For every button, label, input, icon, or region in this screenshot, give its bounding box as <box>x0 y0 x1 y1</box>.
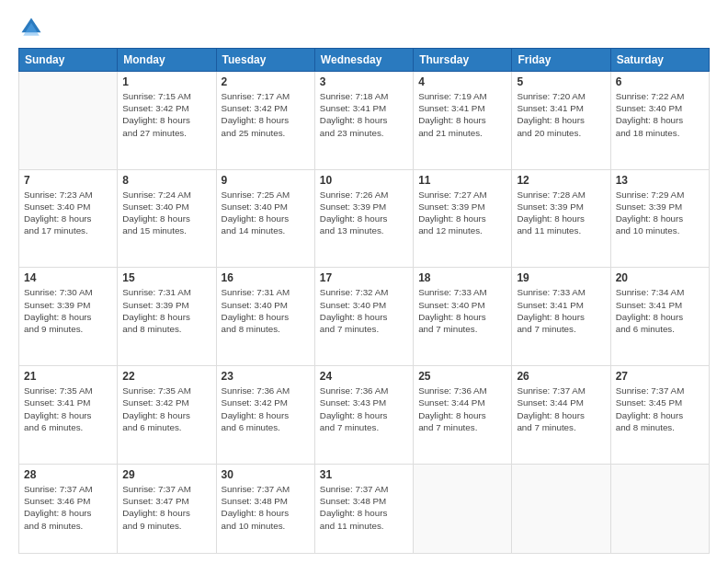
cell-info: Sunrise: 7:23 AMSunset: 3:40 PMDaylight:… <box>24 189 112 237</box>
cell-line: Daylight: 8 hours <box>24 508 92 518</box>
day-number: 22 <box>122 370 210 383</box>
cell-line: and 23 minutes. <box>320 128 384 138</box>
cell-line: and 10 minutes. <box>616 225 680 236</box>
column-header-tuesday: Tuesday <box>216 49 314 72</box>
cell-line: Sunset: 3:39 PM <box>616 201 682 212</box>
calendar-cell: 23Sunrise: 7:36 AMSunset: 3:42 PMDayligh… <box>216 366 314 465</box>
cell-info: Sunrise: 7:17 AMSunset: 3:42 PMDaylight:… <box>222 90 310 139</box>
day-number: 8 <box>122 174 210 187</box>
day-number: 20 <box>616 271 704 284</box>
cell-line: Sunset: 3:39 PM <box>418 201 484 212</box>
calendar-week-4: 21Sunrise: 7:35 AMSunset: 3:41 PMDayligh… <box>19 366 710 465</box>
column-header-thursday: Thursday <box>414 49 512 72</box>
day-number: 7 <box>24 174 112 187</box>
cell-line: and 8 minutes. <box>222 324 280 334</box>
day-number: 27 <box>616 370 704 383</box>
cell-line: Sunrise: 7:18 AM <box>320 91 389 101</box>
cell-line: Sunset: 3:41 PM <box>517 103 583 113</box>
cell-info: Sunrise: 7:28 AMSunset: 3:39 PMDaylight:… <box>517 189 605 237</box>
cell-info: Sunrise: 7:31 AMSunset: 3:40 PMDaylight:… <box>222 286 310 335</box>
calendar-cell: 15Sunrise: 7:31 AMSunset: 3:39 PMDayligh… <box>118 268 216 366</box>
cell-line: and 13 minutes. <box>320 225 384 236</box>
cell-line: Sunset: 3:42 PM <box>222 103 288 113</box>
cell-info: Sunrise: 7:36 AMSunset: 3:44 PMDaylight:… <box>418 385 506 433</box>
cell-line: Sunrise: 7:20 AM <box>517 91 586 101</box>
cell-line: Sunrise: 7:36 AM <box>320 385 389 396</box>
cell-line: and 6 minutes. <box>24 422 83 432</box>
cell-line: Sunset: 3:39 PM <box>24 300 90 310</box>
cell-line: and 20 minutes. <box>517 128 581 138</box>
cell-line: Sunset: 3:41 PM <box>24 397 90 408</box>
calendar-cell: 10Sunrise: 7:26 AMSunset: 3:39 PMDayligh… <box>314 169 413 268</box>
cell-line: Daylight: 8 hours <box>517 213 585 224</box>
cell-line: and 7 minutes. <box>517 324 575 334</box>
cell-line: Daylight: 8 hours <box>122 115 190 125</box>
cell-line: Daylight: 8 hours <box>517 115 585 125</box>
cell-line: and 21 minutes. <box>418 128 483 138</box>
cell-line: Daylight: 8 hours <box>320 410 388 420</box>
calendar-cell: 30Sunrise: 7:37 AMSunset: 3:48 PMDayligh… <box>216 464 314 553</box>
cell-info: Sunrise: 7:37 AMSunset: 3:45 PMDaylight:… <box>616 385 704 433</box>
calendar-header-row: SundayMondayTuesdayWednesdayThursdayFrid… <box>19 49 710 72</box>
cell-line: Sunrise: 7:34 AM <box>616 287 685 297</box>
calendar-cell: 20Sunrise: 7:34 AMSunset: 3:41 PMDayligh… <box>610 268 709 366</box>
calendar-cell: 1Sunrise: 7:15 AMSunset: 3:42 PMDaylight… <box>118 72 216 170</box>
day-number: 17 <box>320 271 408 284</box>
calendar-cell: 6Sunrise: 7:22 AMSunset: 3:40 PMDaylight… <box>610 72 709 170</box>
cell-line: Daylight: 8 hours <box>517 312 585 322</box>
cell-line: Sunset: 3:40 PM <box>320 300 386 310</box>
cell-line: Sunrise: 7:35 AM <box>122 385 191 396</box>
cell-info: Sunrise: 7:35 AMSunset: 3:41 PMDaylight:… <box>24 385 112 433</box>
cell-line: Sunset: 3:42 PM <box>122 103 188 113</box>
cell-line: Sunrise: 7:31 AM <box>122 287 191 297</box>
cell-line: and 17 minutes. <box>24 225 88 236</box>
cell-line: Daylight: 8 hours <box>418 213 486 224</box>
cell-info: Sunrise: 7:20 AMSunset: 3:41 PMDaylight:… <box>517 90 605 139</box>
calendar-cell: 29Sunrise: 7:37 AMSunset: 3:47 PMDayligh… <box>118 464 216 553</box>
calendar-cell <box>414 464 512 553</box>
cell-line: Daylight: 8 hours <box>320 312 388 322</box>
day-number: 29 <box>122 468 210 481</box>
calendar-cell: 4Sunrise: 7:19 AMSunset: 3:41 PMDaylight… <box>414 72 512 170</box>
cell-line: Sunrise: 7:35 AM <box>24 385 93 396</box>
day-number: 4 <box>418 75 506 88</box>
cell-line: Daylight: 8 hours <box>418 410 486 420</box>
cell-line: Sunrise: 7:33 AM <box>418 287 487 297</box>
day-number: 12 <box>517 174 605 187</box>
day-number: 1 <box>122 75 210 88</box>
calendar-cell: 14Sunrise: 7:30 AMSunset: 3:39 PMDayligh… <box>19 268 118 366</box>
cell-line: Sunrise: 7:27 AM <box>418 190 487 200</box>
calendar-cell: 5Sunrise: 7:20 AMSunset: 3:41 PMDaylight… <box>512 72 610 170</box>
calendar-cell: 13Sunrise: 7:29 AMSunset: 3:39 PMDayligh… <box>610 169 709 268</box>
column-header-sunday: Sunday <box>19 49 118 72</box>
cell-line: Sunrise: 7:37 AM <box>24 484 93 494</box>
cell-line: Sunset: 3:41 PM <box>616 300 682 310</box>
cell-line: Sunrise: 7:37 AM <box>320 484 389 494</box>
cell-line: Daylight: 8 hours <box>320 213 388 224</box>
cell-line: and 9 minutes. <box>122 521 181 531</box>
cell-line: Sunrise: 7:19 AM <box>418 91 487 101</box>
cell-line: Sunset: 3:41 PM <box>320 103 386 113</box>
cell-line: and 6 minutes. <box>122 422 181 432</box>
day-number: 23 <box>222 370 310 383</box>
cell-line: Sunrise: 7:36 AM <box>418 385 487 396</box>
calendar-cell: 21Sunrise: 7:35 AMSunset: 3:41 PMDayligh… <box>19 366 118 465</box>
day-number: 31 <box>320 468 408 481</box>
day-number: 30 <box>222 468 310 481</box>
day-number: 19 <box>517 271 605 284</box>
cell-line: Sunrise: 7:37 AM <box>616 385 685 396</box>
cell-line: Daylight: 8 hours <box>222 410 290 420</box>
day-number: 2 <box>222 75 310 88</box>
cell-line: Sunset: 3:47 PM <box>122 496 188 506</box>
cell-line: and 18 minutes. <box>616 128 680 138</box>
cell-line: and 7 minutes. <box>320 422 379 432</box>
cell-line: Sunrise: 7:37 AM <box>517 385 586 396</box>
cell-line: Daylight: 8 hours <box>24 410 92 420</box>
column-header-monday: Monday <box>118 49 216 72</box>
cell-line: Sunset: 3:39 PM <box>122 300 188 310</box>
logo <box>18 15 48 40</box>
cell-line: and 25 minutes. <box>222 128 286 138</box>
cell-line: Sunrise: 7:28 AM <box>517 190 586 200</box>
day-number: 3 <box>320 75 408 88</box>
cell-line: and 11 minutes. <box>517 225 581 236</box>
